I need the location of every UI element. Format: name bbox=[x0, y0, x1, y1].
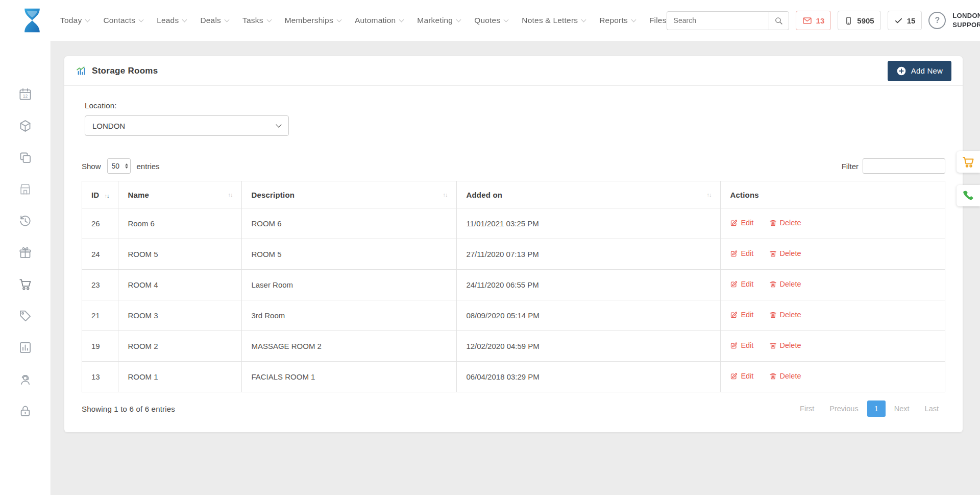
delete-button[interactable]: Delete bbox=[769, 341, 801, 349]
edit-button[interactable]: Edit bbox=[730, 249, 753, 257]
phone-floating-button[interactable] bbox=[957, 185, 980, 206]
edit-button[interactable]: Edit bbox=[730, 341, 753, 349]
nav-item-quotes[interactable]: Quotes bbox=[474, 16, 508, 25]
chevron-down-icon bbox=[182, 17, 187, 22]
edit-button[interactable]: Edit bbox=[730, 219, 753, 227]
delete-button[interactable]: Delete bbox=[769, 372, 801, 380]
chevron-down-icon bbox=[85, 17, 90, 22]
sidebar-item-pricing[interactable] bbox=[17, 309, 34, 323]
nav-item-notes-letters[interactable]: Notes & Letters bbox=[522, 16, 585, 25]
trash-icon bbox=[769, 250, 777, 257]
column-header-actions: Actions bbox=[721, 181, 945, 208]
cell-description: FACIALS ROOM 1 bbox=[242, 362, 457, 392]
nav-right-cluster: 13 5905 15 ? LONDON SUPPORT bbox=[667, 10, 980, 31]
sidebar-item-security[interactable] bbox=[17, 404, 34, 418]
calendar-icon: 12 bbox=[18, 87, 32, 101]
column-header-added-on[interactable]: Added on↑↓ bbox=[457, 181, 721, 208]
sidebar-item-support[interactable] bbox=[17, 372, 34, 386]
show-label: Show bbox=[82, 162, 101, 171]
edit-pencil-icon bbox=[730, 250, 738, 257]
filter-input[interactable] bbox=[863, 158, 945, 174]
table-row: 26 Room 6 ROOM 6 11/01/2021 03:25 PM Edi… bbox=[82, 208, 945, 239]
chevron-down-icon bbox=[504, 17, 509, 22]
support-agent-icon bbox=[18, 372, 32, 386]
main-menu: Today Contacts Leads Deals Tasks Members… bbox=[60, 16, 667, 25]
chevron-down-icon bbox=[225, 17, 230, 22]
table-row: 23 ROOM 4 Laser Room 24/11/2020 06:55 PM… bbox=[82, 270, 945, 300]
cell-added-on: 06/04/2018 03:29 PM bbox=[457, 362, 721, 392]
nav-label: Memberships bbox=[285, 16, 333, 25]
search-button[interactable] bbox=[769, 11, 789, 30]
trash-icon bbox=[769, 311, 777, 319]
sidebar-item-calendar[interactable]: 12 bbox=[17, 87, 34, 101]
filter-control: Filter bbox=[842, 158, 945, 174]
edit-pencil-icon bbox=[730, 372, 738, 380]
sort-icon: ↑↓ bbox=[443, 192, 447, 198]
nav-item-marketing[interactable]: Marketing bbox=[417, 16, 460, 25]
cell-added-on: 11/01/2021 03:25 PM bbox=[457, 208, 721, 239]
edit-button[interactable]: Edit bbox=[730, 280, 753, 288]
nav-label: Today bbox=[60, 16, 82, 25]
pagination-page-1[interactable]: 1 bbox=[867, 400, 886, 417]
page-size-select[interactable]: 50 bbox=[107, 158, 131, 174]
pagination-first[interactable]: First bbox=[793, 400, 821, 417]
sort-icon: ↑↓ bbox=[228, 192, 232, 198]
card-header: Storage Rooms Add New bbox=[64, 56, 963, 86]
cell-actions: Edit Delete bbox=[721, 239, 945, 270]
location-select-wrap: LONDON bbox=[85, 115, 289, 136]
cell-name: ROOM 1 bbox=[118, 362, 242, 392]
nav-item-reports[interactable]: Reports bbox=[599, 16, 635, 25]
sidebar-item-store[interactable] bbox=[17, 182, 34, 196]
column-header-description[interactable]: Description↑↓ bbox=[242, 181, 457, 208]
help-button[interactable]: ? bbox=[928, 12, 946, 29]
app-logo[interactable] bbox=[19, 7, 45, 34]
nav-item-memberships[interactable]: Memberships bbox=[285, 16, 341, 25]
nav-item-automation[interactable]: Automation bbox=[355, 16, 403, 25]
top-nav: Today Contacts Leads Deals Tasks Members… bbox=[0, 0, 980, 41]
chevron-down-icon bbox=[581, 17, 586, 22]
nav-item-files[interactable]: Files bbox=[649, 16, 667, 25]
pagination: First Previous 1 Next Last bbox=[793, 400, 945, 417]
edit-button[interactable]: Edit bbox=[730, 372, 753, 380]
table-footer: Showing 1 to 6 of 6 entries First Previo… bbox=[82, 400, 945, 417]
sidebar-item-products[interactable] bbox=[17, 119, 34, 133]
cell-actions: Edit Delete bbox=[721, 300, 945, 331]
cell-name: ROOM 4 bbox=[118, 270, 242, 300]
nav-item-deals[interactable]: Deals bbox=[200, 16, 229, 25]
tasks-done-button[interactable]: 15 bbox=[888, 11, 922, 30]
mail-button[interactable]: 13 bbox=[796, 11, 831, 30]
search-input[interactable] bbox=[667, 11, 769, 30]
nav-item-today[interactable]: Today bbox=[60, 16, 89, 25]
pagination-previous[interactable]: Previous bbox=[823, 400, 865, 417]
nav-item-contacts[interactable]: Contacts bbox=[103, 16, 143, 25]
sidebar-item-gifts[interactable] bbox=[17, 245, 34, 260]
location-select[interactable]: LONDON bbox=[85, 115, 289, 136]
column-header-id[interactable]: ID↑↓ bbox=[82, 181, 118, 208]
delete-button[interactable]: Delete bbox=[769, 249, 801, 257]
pagination-next[interactable]: Next bbox=[888, 400, 916, 417]
phone-calls-button[interactable]: 5905 bbox=[838, 11, 880, 30]
pagination-last[interactable]: Last bbox=[918, 400, 945, 417]
cell-description: 3rd Room bbox=[242, 300, 457, 331]
nav-label: Deals bbox=[200, 16, 221, 25]
sidebar-item-reports[interactable] bbox=[17, 340, 34, 355]
add-new-button[interactable]: Add New bbox=[888, 61, 951, 81]
page-title: Storage Rooms bbox=[92, 66, 158, 76]
cell-added-on: 24/11/2020 06:55 PM bbox=[457, 270, 721, 300]
sidebar-item-cart[interactable] bbox=[17, 277, 34, 291]
search bbox=[667, 11, 789, 30]
delete-button[interactable]: Delete bbox=[769, 311, 801, 319]
delete-button[interactable]: Delete bbox=[769, 219, 801, 227]
nav-item-leads[interactable]: Leads bbox=[157, 16, 186, 25]
column-header-name[interactable]: Name↑↓ bbox=[118, 181, 242, 208]
question-mark-icon: ? bbox=[935, 16, 940, 25]
sidebar-item-history[interactable] bbox=[17, 214, 34, 228]
sidebar-item-rooms[interactable] bbox=[17, 150, 34, 164]
delete-button[interactable]: Delete bbox=[769, 280, 801, 288]
cell-actions: Edit Delete bbox=[721, 331, 945, 362]
nav-label: Quotes bbox=[474, 16, 500, 25]
cart-floating-button[interactable] bbox=[957, 151, 980, 173]
nav-item-tasks[interactable]: Tasks bbox=[242, 16, 271, 25]
edit-button[interactable]: Edit bbox=[730, 311, 753, 319]
lock-icon bbox=[18, 404, 32, 418]
